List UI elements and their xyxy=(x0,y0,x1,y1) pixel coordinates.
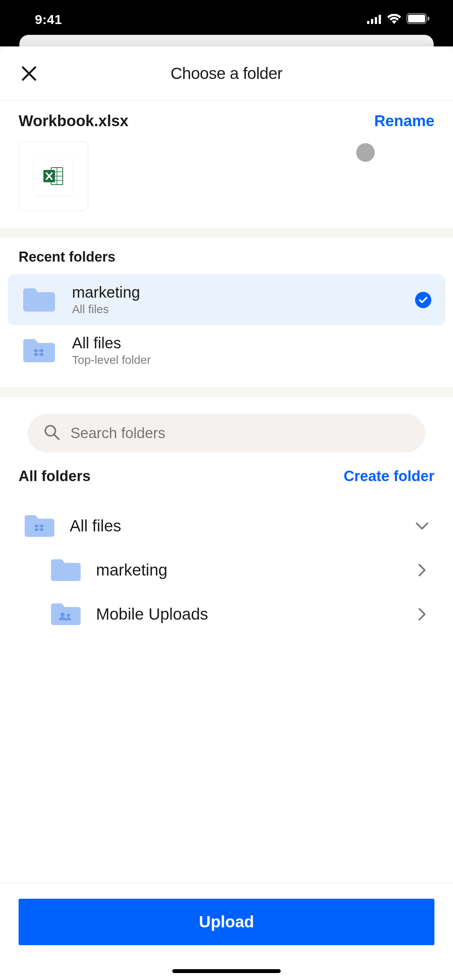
svg-line-19 xyxy=(54,435,59,439)
all-folders-header: All folders Create folder xyxy=(0,468,453,496)
chevron-right-icon[interactable] xyxy=(414,562,430,578)
recent-item-name: All files xyxy=(72,334,431,352)
divider xyxy=(0,387,453,397)
recent-folders-list: marketing All files All files Top-level … xyxy=(0,274,453,387)
file-row: Workbook.xlsx Rename xyxy=(0,101,453,130)
rename-button[interactable]: Rename xyxy=(374,112,434,130)
shared-folder-icon xyxy=(50,601,82,627)
all-folders-title: All folders xyxy=(19,468,91,485)
recent-item-subtitle: All files xyxy=(72,303,400,316)
recent-item-marketing[interactable]: marketing All files xyxy=(8,274,445,325)
status-icons xyxy=(367,12,430,27)
svg-rect-0 xyxy=(367,21,369,24)
file-thumbnail-area xyxy=(0,130,453,228)
svg-rect-5 xyxy=(408,15,425,22)
status-time: 9:41 xyxy=(35,12,62,27)
excel-file-icon xyxy=(34,157,73,195)
cellular-icon xyxy=(367,12,382,27)
svg-rect-1 xyxy=(371,19,373,24)
tree-row-marketing[interactable]: marketing xyxy=(19,548,434,592)
svg-rect-2 xyxy=(375,17,377,24)
dropbox-folder-icon xyxy=(23,513,56,539)
sheet-background-hint xyxy=(0,39,453,46)
folder-tree: All files marketing Mobile Uploads xyxy=(0,496,453,644)
chevron-down-icon[interactable] xyxy=(414,518,430,534)
file-thumbnail[interactable] xyxy=(19,141,88,211)
tree-row-name: marketing xyxy=(96,561,400,579)
footer: Upload xyxy=(0,883,453,980)
home-indicator xyxy=(172,969,281,973)
folder-icon xyxy=(22,286,57,314)
tree-row-name: All files xyxy=(70,517,400,535)
svg-point-13 xyxy=(415,292,431,308)
recent-item-all-files[interactable]: All files Top-level folder xyxy=(8,325,445,376)
wifi-icon xyxy=(387,12,401,27)
status-bar: 9:41 xyxy=(0,0,453,39)
recent-item-text: marketing All files xyxy=(72,284,400,316)
recent-item-text: All files Top-level folder xyxy=(72,334,431,367)
touch-cursor-overlay xyxy=(356,143,375,162)
selected-check-icon xyxy=(415,292,431,308)
svg-point-25 xyxy=(67,613,70,617)
close-button[interactable] xyxy=(15,60,43,87)
sheet-header: Choose a folder xyxy=(0,46,453,101)
svg-rect-3 xyxy=(379,15,381,24)
folder-icon xyxy=(50,557,82,583)
divider xyxy=(0,228,453,237)
sheet-title: Choose a folder xyxy=(0,64,453,83)
svg-rect-6 xyxy=(427,17,429,21)
sheet: Choose a folder Workbook.xlsx Rename Rec… xyxy=(0,46,453,980)
chevron-right-icon[interactable] xyxy=(414,607,430,622)
search-area xyxy=(0,397,453,468)
recent-item-name: marketing xyxy=(72,284,400,301)
battery-icon xyxy=(407,12,430,27)
upload-button[interactable]: Upload xyxy=(19,899,434,945)
recent-item-subtitle: Top-level folder xyxy=(72,353,431,367)
search-icon xyxy=(43,424,60,442)
search-input[interactable] xyxy=(70,425,410,442)
close-icon xyxy=(20,64,38,83)
search-bar[interactable] xyxy=(28,414,425,452)
recent-folders-header: Recent folders xyxy=(0,237,453,274)
create-folder-button[interactable]: Create folder xyxy=(344,468,434,485)
tree-row-all-files[interactable]: All files xyxy=(19,504,434,548)
dropbox-folder-icon xyxy=(22,337,57,364)
file-name: Workbook.xlsx xyxy=(19,112,129,130)
tree-row-mobile-uploads[interactable]: Mobile Uploads xyxy=(19,592,434,636)
tree-row-name: Mobile Uploads xyxy=(96,605,400,624)
svg-point-24 xyxy=(60,612,65,617)
